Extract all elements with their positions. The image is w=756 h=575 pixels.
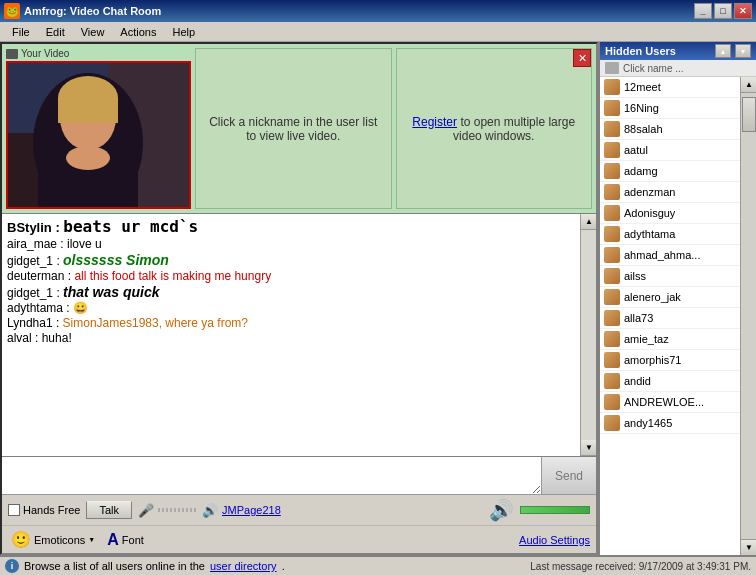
menu-actions[interactable]: Actions — [112, 24, 164, 40]
bottom-panel: Send Hands Free Talk 🎤 🔊 JMPage218 — [2, 456, 596, 553]
user-item-15[interactable]: ANDREWLOE... — [600, 392, 740, 413]
user-name-4: adamg — [624, 165, 658, 177]
chat-input[interactable] — [2, 457, 541, 494]
close-button[interactable]: ✕ — [734, 3, 752, 19]
user-directory-link[interactable]: user directory — [210, 560, 277, 572]
video-slot-2-content: Register to open multiple large video wi… — [405, 115, 584, 143]
user-name-5: adenzman — [624, 186, 675, 198]
svg-rect-7 — [58, 98, 118, 123]
user-avatar-3 — [604, 142, 620, 158]
browse-text: Browse a list of all users online in the — [24, 560, 205, 572]
user-avatar-7 — [604, 226, 620, 242]
chat-line-7: alval : huha! — [7, 331, 575, 345]
menu-edit[interactable]: Edit — [38, 24, 73, 40]
user-avatar-5 — [604, 184, 620, 200]
sidebar-scroll-thumb[interactable] — [742, 97, 756, 132]
sidebar-scroll-up[interactable]: ▲ — [715, 44, 731, 58]
emoticons-button[interactable]: 🙂 Emoticons ▼ — [8, 529, 98, 550]
user-name-3: aatul — [624, 144, 648, 156]
user-item-6[interactable]: Adonisguy — [600, 203, 740, 224]
user-avatar-0 — [604, 79, 620, 95]
video-slot-1: Click a nickname in the user list to vie… — [195, 48, 392, 209]
chat-line-1: aira_mae : ilove u — [7, 237, 575, 251]
content-row: Your Video — [0, 42, 756, 555]
user-item-11[interactable]: alla73 — [600, 308, 740, 329]
title-bar: 🐸 Amfrog: Video Chat Room _ □ ✕ — [0, 0, 756, 22]
user-name-9: ailss — [624, 270, 646, 282]
users-scroll-area: 12meet 16Ning 88salah aatul — [600, 77, 740, 555]
toolbar-row1: Hands Free Talk 🎤 🔊 JMPage218 🔊 — [2, 495, 596, 526]
send-button[interactable]: Send — [541, 457, 596, 494]
chat-scroll-up[interactable]: ▲ — [581, 214, 596, 230]
volume-bar[interactable] — [520, 506, 590, 514]
user-avatar-1 — [604, 100, 620, 116]
sidebar-scroll-down-btn[interactable]: ▼ — [741, 539, 756, 555]
user-item-12[interactable]: amie_taz — [600, 329, 740, 350]
mic-icon: 🎤 — [138, 503, 154, 518]
user-avatar-11 — [604, 310, 620, 326]
user-name-2: 88salah — [624, 123, 663, 135]
maximize-button[interactable]: □ — [714, 3, 732, 19]
audio-settings-link[interactable]: Audio Settings — [519, 534, 590, 546]
hands-free-label: Hands Free — [23, 504, 80, 516]
user-avatar-9 — [604, 268, 620, 284]
user-name-8: ahmad_ahma... — [624, 249, 700, 261]
user-item-4[interactable]: adamg — [600, 161, 740, 182]
hands-free-section: Hands Free — [8, 504, 80, 516]
window-title: Amfrog: Video Chat Room — [24, 5, 694, 17]
chat-wrapper: BStylin : beats ur mcd`s aira_mae : ilov… — [2, 214, 596, 456]
hands-free-checkbox[interactable] — [8, 504, 20, 516]
chat-scroll-track — [581, 230, 596, 440]
status-bar: i Browse a list of all users online in t… — [0, 555, 756, 575]
right-panel: Hidden Users ▲ ▼ Click name ... 12meet 1… — [598, 42, 756, 555]
emoticons-dropdown-arrow: ▼ — [88, 536, 95, 543]
chat-line-3: deuterman : all this food talk is making… — [7, 269, 575, 283]
user-name-11: alla73 — [624, 312, 653, 324]
font-button[interactable]: A Font — [104, 530, 147, 550]
user-item-7[interactable]: adythtama — [600, 224, 740, 245]
chat-line-6: Lyndha1 : SimonJames1983, where ya from? — [7, 316, 575, 330]
user-item-2[interactable]: 88salah — [600, 119, 740, 140]
sidebar-header: Hidden Users ▲ ▼ — [600, 42, 756, 60]
user-item-10[interactable]: alenero_jak — [600, 287, 740, 308]
user-avatar-14 — [604, 373, 620, 389]
user-item-13[interactable]: amorphis71 — [600, 350, 740, 371]
last-message-text: Last message received: 9/17/2009 at 3:49… — [530, 561, 751, 572]
user-name-10: alenero_jak — [624, 291, 681, 303]
sidebar-scroll-track — [741, 93, 756, 539]
user-name-1: 16Ning — [624, 102, 659, 114]
user-item-8[interactable]: ahmad_ahma... — [600, 245, 740, 266]
your-video-label: Your Video — [6, 48, 191, 59]
toolbar-row2: 🙂 Emoticons ▼ A Font Audio Settings — [2, 526, 596, 553]
video-slot-1-text: Click a nickname in the user list to vie… — [204, 115, 383, 143]
menu-view[interactable]: View — [73, 24, 113, 40]
user-avatar-13 — [604, 352, 620, 368]
sidebar-scroll-down[interactable]: ▼ — [735, 44, 751, 58]
camera-icon — [6, 49, 18, 59]
user-name-7: adythtama — [624, 228, 675, 240]
user-item-9[interactable]: ailss — [600, 266, 740, 287]
talk-button[interactable]: Talk — [86, 501, 132, 519]
video-slot-close[interactable]: ✕ — [573, 49, 591, 67]
user-item-14[interactable]: andid — [600, 371, 740, 392]
chat-scrollbar: ▲ ▼ — [580, 214, 596, 456]
user-item-3[interactable]: aatul — [600, 140, 740, 161]
user-item-5[interactable]: adenzman — [600, 182, 740, 203]
mic-control: 🎤 🔊 JMPage218 — [138, 503, 483, 518]
chat-scroll-down[interactable]: ▼ — [581, 440, 596, 456]
window-controls: _ □ ✕ — [694, 3, 752, 19]
menu-file[interactable]: File — [4, 24, 38, 40]
register-link[interactable]: Register — [412, 115, 457, 129]
chat-messages[interactable]: BStylin : beats ur mcd`s aira_mae : ilov… — [2, 214, 580, 456]
chat-line-5: adythtama : 😀 — [7, 301, 575, 315]
menu-help[interactable]: Help — [164, 24, 203, 40]
user-name-14: andid — [624, 375, 651, 387]
chat-line-2: gidget_1 : olssssss Simon — [7, 252, 575, 268]
user-item-16[interactable]: andy1465 — [600, 413, 740, 434]
user-item-1[interactable]: 16Ning — [600, 98, 740, 119]
sidebar-scroll-up-btn[interactable]: ▲ — [741, 77, 756, 93]
user-item-0[interactable]: 12meet — [600, 77, 740, 98]
user-avatar-6 — [604, 205, 620, 221]
minimize-button[interactable]: _ — [694, 3, 712, 19]
current-user-link[interactable]: JMPage218 — [222, 504, 281, 516]
